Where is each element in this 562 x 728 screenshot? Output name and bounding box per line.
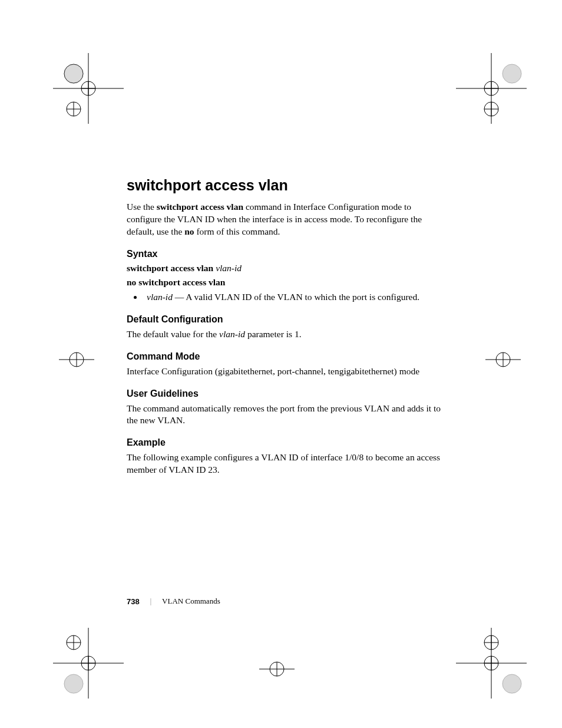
dc-arg: vlan-id <box>219 329 245 339</box>
svg-point-4 <box>81 81 95 95</box>
svg-point-40 <box>484 656 498 670</box>
svg-point-13 <box>484 81 498 95</box>
svg-point-2 <box>64 64 83 83</box>
intro-pre: Use the <box>127 202 157 212</box>
page-title: switchport access vlan <box>127 177 445 194</box>
user-guidelines-text: The command automatically removes the po… <box>127 403 445 427</box>
svg-point-20 <box>70 353 84 367</box>
page-content: switchport access vlan Use the switchpor… <box>127 177 445 487</box>
dc-pre: The default value for the <box>127 329 219 339</box>
dc-post: parameter is 1. <box>245 329 302 339</box>
example-section: Example The following example configures… <box>127 437 445 476</box>
syntax-arg: vlan-id <box>216 263 242 273</box>
syntax-line-1: switchport access vlan vlan-id <box>127 263 445 274</box>
default-config-section: Default Configuration The default value … <box>127 314 445 341</box>
crop-mark-mid-left <box>59 351 94 368</box>
crop-mark-mid-right <box>485 351 521 368</box>
default-config-text: The default value for the vlan-id parame… <box>127 328 445 341</box>
svg-point-31 <box>67 635 81 650</box>
crop-mark-bottom-right <box>456 628 527 699</box>
syntax-bullet: vlan-id — A valid VLAN ID of the VLAN to… <box>143 291 445 304</box>
intro-paragraph: Use the switchport access vlan command i… <box>127 201 445 238</box>
intro-tail: form of this command. <box>194 226 280 236</box>
svg-point-35 <box>270 662 284 676</box>
command-mode-text: Interface Configuration (gigabitethernet… <box>127 365 445 378</box>
svg-point-28 <box>81 656 95 670</box>
svg-point-7 <box>67 102 81 116</box>
crop-mark-bottom-mid <box>259 654 295 684</box>
footer-section-label: VLAN Commands <box>162 597 220 606</box>
bullet-arg: vlan-id <box>147 292 173 302</box>
svg-point-23 <box>496 353 510 367</box>
page-number: 738 <box>127 597 140 606</box>
svg-point-12 <box>503 64 521 83</box>
command-mode-section: Command Mode Interface Configuration (gi… <box>127 351 445 378</box>
svg-point-3 <box>64 64 83 83</box>
example-heading: Example <box>127 437 445 448</box>
syntax-cmd: switchport access vlan <box>127 263 213 273</box>
svg-point-39 <box>503 674 521 693</box>
user-guidelines-section: User Guidelines The command automaticall… <box>127 388 445 427</box>
svg-point-43 <box>484 635 498 650</box>
syntax-line-2: no switchport access vlan <box>127 277 445 288</box>
user-guidelines-heading: User Guidelines <box>127 388 445 399</box>
crop-mark-top-right <box>456 53 527 124</box>
syntax-bullets: vlan-id — A valid VLAN ID of the VLAN to… <box>127 291 445 304</box>
syntax-heading: Syntax <box>127 249 445 259</box>
syntax-section: Syntax switchport access vlan vlan-id no… <box>127 249 445 304</box>
intro-cmd: switchport access vlan <box>157 202 243 212</box>
example-text: The following example configures a VLAN … <box>127 452 445 476</box>
crop-mark-bottom-left <box>53 628 124 699</box>
default-config-heading: Default Configuration <box>127 314 445 325</box>
svg-point-16 <box>484 102 498 116</box>
intro-no: no <box>184 226 194 236</box>
footer-separator: | <box>150 597 151 606</box>
command-mode-heading: Command Mode <box>127 351 445 362</box>
svg-point-27 <box>64 674 83 693</box>
page-footer: 738 | VLAN Commands <box>127 597 220 606</box>
bullet-text: — A valid VLAN ID of the VLAN to which t… <box>173 292 419 302</box>
crop-mark-top-left <box>53 53 124 124</box>
